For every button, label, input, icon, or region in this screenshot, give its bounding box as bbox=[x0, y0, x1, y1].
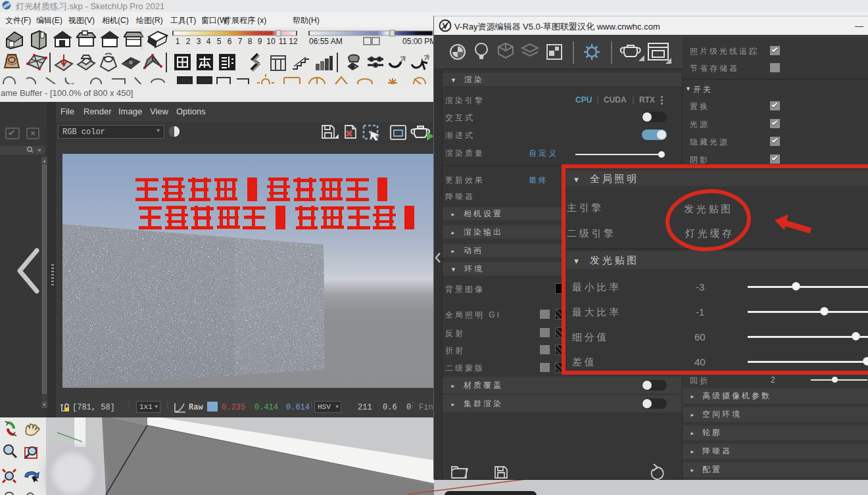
svg-text:12: 12 bbox=[289, 37, 298, 46]
svg-text:06:55 AM: 06:55 AM bbox=[309, 37, 343, 46]
svg-text:5: 5 bbox=[217, 37, 222, 46]
svg-text:10: 10 bbox=[266, 37, 276, 46]
svg-text:3: 3 bbox=[197, 37, 201, 46]
svg-text:9: 9 bbox=[258, 37, 262, 46]
svg-text:6: 6 bbox=[228, 37, 232, 46]
svg-text:7: 7 bbox=[238, 37, 243, 46]
svg-text:11: 11 bbox=[279, 37, 287, 46]
svg-text:8: 8 bbox=[248, 37, 253, 46]
svg-text:4: 4 bbox=[206, 37, 211, 46]
svg-text:05:00 PM: 05:00 PM bbox=[402, 37, 434, 46]
svg-text:1: 1 bbox=[176, 37, 180, 46]
svg-text:2: 2 bbox=[186, 37, 191, 46]
